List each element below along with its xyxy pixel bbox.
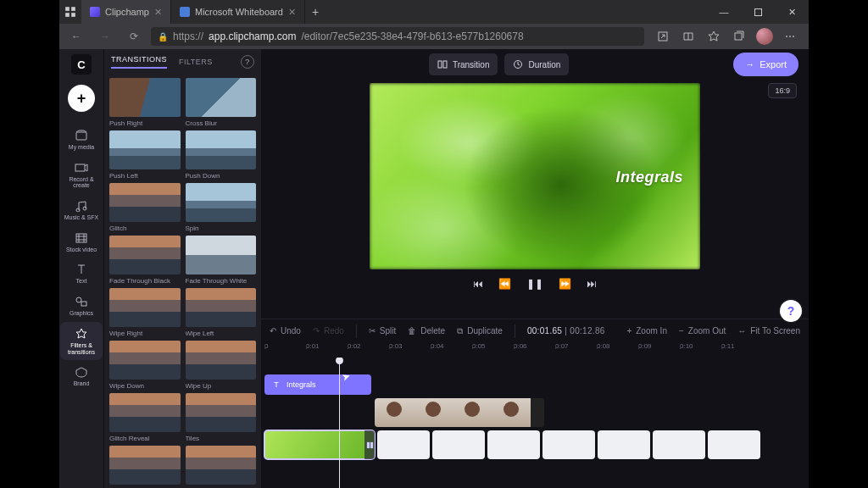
duplicate-button[interactable]: ⧉Duplicate bbox=[457, 326, 503, 336]
export-button[interactable]: → Export bbox=[733, 53, 798, 76]
skip-start-button[interactable]: ⏮ bbox=[473, 278, 483, 290]
panel-help-icon[interactable]: ? bbox=[241, 55, 254, 69]
video-clip[interactable] bbox=[377, 430, 430, 459]
thumb-label: Wipe Down bbox=[109, 382, 181, 390]
browser-tab[interactable]: Microsoft Whiteboard ✕ bbox=[171, 0, 305, 24]
svg-rect-16 bbox=[366, 441, 369, 447]
address-bar[interactable]: 🔒 https://app.clipchamp.com/editor/7ec5e… bbox=[151, 27, 644, 46]
transition-thumb[interactable]: Glitch Reveal bbox=[109, 393, 181, 442]
transition-thumb[interactable]: Spin bbox=[186, 183, 257, 232]
aspect-ratio-badge[interactable]: 16:9 bbox=[768, 83, 797, 98]
rail-item[interactable]: Stock video bbox=[60, 226, 103, 258]
thumb-preview bbox=[109, 446, 181, 485]
video-clip[interactable] bbox=[542, 430, 595, 459]
rewind-button[interactable]: ⏪ bbox=[498, 278, 511, 290]
transition-thumb[interactable]: Wipe Down bbox=[109, 341, 181, 390]
timeline-ruler[interactable]: 00:010:020:030:040:050:060:070:080:090:1… bbox=[261, 342, 809, 358]
rail-item[interactable]: Text bbox=[60, 258, 103, 290]
rail-item[interactable]: Music & SFX bbox=[60, 194, 103, 226]
transition-handle[interactable] bbox=[364, 430, 375, 459]
transition-thumb[interactable]: Tiles bbox=[186, 393, 257, 442]
transition-thumb[interactable]: Push Left bbox=[109, 130, 181, 180]
svg-rect-14 bbox=[443, 61, 447, 68]
close-icon[interactable]: ✕ bbox=[154, 7, 162, 18]
thumb-label: Tiles bbox=[186, 435, 257, 442]
nav-refresh-button[interactable]: ⟳ bbox=[122, 26, 146, 47]
add-media-button[interactable]: + bbox=[68, 85, 95, 112]
redo-button[interactable]: ↷Redo bbox=[313, 326, 344, 336]
transition-thumb[interactable]: Push Right bbox=[109, 78, 181, 127]
svg-rect-6 bbox=[76, 132, 86, 140]
thumb-label: Wipe Up bbox=[186, 382, 257, 390]
rail-item[interactable]: Graphics bbox=[60, 290, 103, 322]
transition-thumb[interactable]: Ink bbox=[186, 446, 257, 488]
rail-icon bbox=[74, 161, 89, 175]
window-close-button[interactable]: ✕ bbox=[775, 0, 809, 24]
video-clip-selected[interactable] bbox=[264, 430, 375, 459]
browser-toolbar: ← → ⟳ 🔒 https://app.clipchamp.com/editor… bbox=[59, 24, 809, 49]
tab-transitions[interactable]: TRANSITIONS bbox=[111, 55, 167, 69]
timeline[interactable]: 00:010:020:030:040:050:060:070:080:090:1… bbox=[261, 342, 809, 488]
app-icon[interactable] bbox=[654, 28, 671, 45]
help-button[interactable]: ? bbox=[780, 300, 802, 322]
transition-button[interactable]: Transition bbox=[429, 53, 498, 75]
timecode: 00:01.65 | 00:12.86 bbox=[527, 326, 605, 336]
close-icon[interactable]: ✕ bbox=[288, 7, 296, 18]
transition-thumb[interactable]: Fade Through White bbox=[186, 236, 257, 285]
zoom-out-button[interactable]: −Zoom Out bbox=[679, 326, 726, 336]
ruler-tick: 0:04 bbox=[431, 342, 472, 358]
window-maximize-button[interactable] bbox=[741, 0, 775, 24]
video-clip[interactable] bbox=[708, 430, 760, 459]
transition-thumb[interactable]: Wipe Up bbox=[186, 341, 257, 390]
thumb-preview bbox=[109, 288, 181, 327]
thumb-label: Wipe Left bbox=[186, 330, 257, 337]
transition-thumb[interactable]: Close bbox=[109, 446, 181, 488]
video-clip[interactable] bbox=[375, 398, 544, 427]
nav-forward-button[interactable]: → bbox=[93, 26, 117, 47]
skip-end-button[interactable]: ⏭ bbox=[587, 278, 597, 290]
pause-button[interactable]: ❚❚ bbox=[526, 278, 543, 290]
thumb-preview bbox=[186, 78, 257, 117]
collections-icon[interactable] bbox=[731, 28, 748, 45]
fast-forward-button[interactable]: ⏩ bbox=[559, 278, 571, 290]
profile-avatar[interactable] bbox=[756, 28, 773, 45]
rail-item[interactable]: Record & create bbox=[60, 156, 103, 194]
new-tab-button[interactable]: + bbox=[305, 0, 326, 24]
browser-tab[interactable]: Clipchamp ✕ bbox=[81, 0, 171, 24]
video-clip[interactable] bbox=[432, 430, 485, 459]
video-preview[interactable]: Integrals bbox=[370, 83, 700, 269]
video-clip[interactable] bbox=[653, 430, 705, 459]
video-clip[interactable] bbox=[598, 430, 650, 459]
transition-thumb[interactable]: Glitch bbox=[109, 183, 181, 232]
transition-thumb[interactable]: Fade Through Black bbox=[109, 236, 181, 285]
undo-button[interactable]: ↶Undo bbox=[270, 326, 301, 336]
rail-item[interactable]: Brand bbox=[60, 360, 103, 392]
clipchamp-logo[interactable]: C bbox=[71, 54, 92, 75]
transition-thumb[interactable]: Push Down bbox=[186, 130, 257, 180]
text-clip[interactable]: T Integrals bbox=[264, 374, 371, 395]
delete-button[interactable]: 🗑Delete bbox=[408, 326, 445, 336]
split-button[interactable]: ✂Split bbox=[369, 326, 396, 336]
rail-item[interactable]: Filters & transitions bbox=[60, 322, 103, 360]
reading-icon[interactable] bbox=[680, 28, 697, 45]
transition-thumb[interactable]: Wipe Left bbox=[186, 288, 257, 337]
transition-thumb[interactable]: Wipe Right bbox=[109, 288, 181, 337]
browser-menu-button[interactable]: ⋯ bbox=[782, 28, 798, 45]
video-clip[interactable] bbox=[487, 430, 540, 459]
playhead[interactable] bbox=[339, 358, 340, 488]
transitions-panel: TRANSITIONS FILTERS ? Push RightCross Bl… bbox=[103, 49, 261, 488]
zoom-in-button[interactable]: +Zoom In bbox=[626, 326, 667, 336]
duration-button[interactable]: Duration bbox=[504, 53, 569, 75]
rail-item[interactable]: My media bbox=[60, 124, 103, 156]
transition-thumb[interactable]: Cross Blur bbox=[186, 78, 257, 127]
favorites-icon[interactable] bbox=[705, 28, 722, 45]
tab-filters[interactable]: FILTERS bbox=[179, 58, 213, 66]
time-total: 00:12.86 bbox=[570, 326, 604, 336]
rail-label: Brand bbox=[74, 380, 90, 387]
transition-label: Transition bbox=[453, 60, 490, 69]
edge-menu-icon[interactable] bbox=[64, 6, 76, 18]
rail-label: Music & SFX bbox=[64, 214, 98, 221]
nav-back-button[interactable]: ← bbox=[64, 26, 88, 47]
fit-to-screen-button[interactable]: ↔Fit To Screen bbox=[737, 326, 800, 336]
window-minimize-button[interactable]: — bbox=[707, 0, 741, 24]
